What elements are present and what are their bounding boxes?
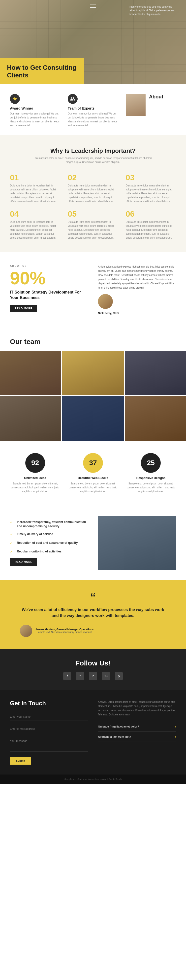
- leadership-num-6: 06: [126, 210, 176, 219]
- features-image: [98, 516, 176, 570]
- check-icon-4: ✓: [10, 550, 14, 554]
- feature-item-2: ✓ Timely delivery of service.: [10, 532, 88, 537]
- contact-section: Get In Touch Submit Answer. Lorem ipsum …: [0, 690, 186, 775]
- team-title: Team of Experts: [68, 107, 118, 110]
- leadership-num-1: 01: [10, 173, 60, 182]
- social-icon-G+[interactable]: G+: [102, 672, 110, 680]
- leadership-item-5: 05 Duis aute irure dolor in reprehenderi…: [68, 210, 118, 240]
- leadership-item-text-5: Duis aute irure dolor in reprehenderit i…: [68, 220, 118, 240]
- feature-text-1: Increased transparency, efficient commun…: [17, 520, 88, 528]
- faq-question-1: Quisque fringilla et amet dolor?: [98, 725, 139, 728]
- contact-form: Submit: [10, 713, 88, 765]
- about-us-right: Article evident arrived express highest …: [98, 265, 176, 315]
- leadership-grid: 01 Duis aute irure dolor in reprehenderi…: [10, 173, 176, 240]
- social-icon-in[interactable]: in: [89, 672, 97, 680]
- person-silhouette: [126, 94, 146, 116]
- leadership-num-3: 03: [126, 173, 176, 182]
- feature-text-3: Reduction of cost and assurance of quali…: [17, 541, 79, 545]
- leadership-num-4: 04: [10, 210, 60, 219]
- check-icon-2: ✓: [10, 532, 14, 537]
- about-col: About: [126, 94, 176, 116]
- award-section: Award Winner Our team is ready for any c…: [0, 84, 186, 135]
- faq-item-1[interactable]: Quisque fringilla et amet dolor? ›: [98, 722, 176, 732]
- about-us-right-text: Article evident arrived express highest …: [98, 265, 176, 290]
- feature-item-1: ✓ Increased transparency, efficient comm…: [10, 520, 88, 528]
- contact-right: Answer. Lorem ipsum dolor sit amet, cons…: [98, 700, 176, 765]
- award-title: Award Winner: [10, 107, 60, 110]
- about-title: About: [149, 94, 164, 100]
- feature-item-4: ✓ Regular monitoring of activities.: [10, 549, 88, 554]
- team-text: Our team is ready for any challenge! We …: [68, 112, 118, 127]
- about-us-section: ABOUT US 90% IT Solution Strategy Develo…: [0, 252, 186, 328]
- social-icons: ftinG+p: [10, 672, 176, 680]
- features-section: ✓ Increased transparency, efficient comm…: [0, 506, 186, 580]
- contact-left: Get In Touch Submit: [10, 700, 88, 765]
- about-text: About: [149, 94, 164, 101]
- contact-submit-button[interactable]: Submit: [10, 757, 31, 765]
- about-us-avatar: [98, 294, 113, 309]
- hero-right-text: Nibh venenatis cras sed felis eget velit…: [130, 5, 179, 16]
- stat-text-2: Sample text. Lorem ipsum dolor sit amet,…: [68, 482, 118, 493]
- contact-name-input[interactable]: [10, 713, 88, 721]
- about-us-label: ABOUT US: [10, 265, 88, 267]
- leadership-item-text-6: Duis aute irure dolor in reprehenderit i…: [126, 220, 176, 240]
- leadership-item-1: 01 Duis aute irure dolor in reprehenderi…: [10, 173, 60, 204]
- faq-question-2: Aliquam et lam odio albt?: [98, 735, 131, 738]
- stat-col-1: 92 Unlimited Ideas Sample text. Lorem ip…: [10, 453, 60, 493]
- contact-message-input[interactable]: [10, 737, 88, 752]
- team-heading: Our team: [0, 338, 186, 346]
- leadership-num-2: 02: [68, 173, 118, 182]
- features-list: ✓ Increased transparency, efficient comm…: [10, 520, 88, 554]
- hamburger-menu[interactable]: [90, 4, 96, 8]
- testimonial-role: Sample text. Stet clita est nonumy eirmo…: [35, 631, 94, 633]
- testimonial-avatar: [20, 625, 32, 637]
- about-us-person-name: Nick Perry, CEO: [98, 311, 176, 315]
- faq-container: Quisque fringilla et amet dolor? › Aliqu…: [98, 722, 176, 742]
- team-photo-5: [62, 396, 123, 441]
- team-col: Team of Experts Our team is ready for an…: [68, 94, 118, 127]
- social-icon-p[interactable]: p: [115, 672, 123, 680]
- award-text: Our team is ready for any challenge! We …: [10, 112, 60, 127]
- footer-text: Sample text. Start your forever-free acc…: [64, 778, 122, 780]
- team-photo-4: [0, 396, 61, 441]
- faq-arrow-2: ›: [175, 735, 176, 739]
- about-us-left: ABOUT US 90% IT Solution Strategy Develo…: [10, 265, 88, 315]
- about-us-read-more[interactable]: READ MORE: [10, 305, 37, 312]
- about-person-img: [126, 94, 146, 116]
- quote-icon: “: [20, 592, 166, 605]
- testimonial-name: Jamen Masters, General Manager Operation…: [35, 628, 94, 631]
- contact-email-input[interactable]: [10, 725, 88, 733]
- stat-title-2: Beautiful Web Blocks: [68, 476, 118, 480]
- check-icon-3: ✓: [10, 541, 14, 546]
- leadership-sub: Lorem ipsum dolor sit amet, consectetur …: [31, 156, 155, 164]
- team-icon: [68, 94, 78, 104]
- social-icon-f[interactable]: f: [63, 672, 71, 680]
- testimonial-person: Jamen Masters, General Manager Operation…: [20, 625, 166, 637]
- hero-title: How to Get Consulting Clients: [7, 64, 77, 79]
- leadership-item-text-2: Duis aute irure dolor in reprehenderit i…: [68, 184, 118, 204]
- leadership-num-5: 05: [68, 210, 118, 219]
- leadership-item-text-1: Duis aute irure dolor in reprehenderit i…: [10, 184, 60, 204]
- faq-item-2[interactable]: Aliquam et lam odio albt? ›: [98, 732, 176, 742]
- faq-arrow-1: ›: [175, 725, 176, 729]
- contact-right-text: Answer. Lorem ipsum dolor sit amet, cons…: [98, 700, 176, 717]
- about-us-title: IT Solution Strategy Development For You…: [10, 290, 88, 301]
- stat-text-3: Sample text. Lorem ipsum dolor sit amet,…: [126, 482, 176, 493]
- follow-title: Follow Us!: [10, 659, 176, 667]
- leadership-heading: Why Is Leadership Important?: [10, 147, 176, 154]
- team-photo-3: [125, 351, 186, 395]
- stat-col-2: 37 Beautiful Web Blocks Sample text. Lor…: [68, 453, 118, 493]
- features-left: ✓ Increased transparency, efficient comm…: [10, 520, 88, 566]
- feature-text-4: Regular monitoring of activities.: [17, 549, 62, 554]
- contact-title: Get In Touch: [10, 700, 88, 707]
- check-icon-1: ✓: [10, 520, 14, 525]
- leadership-item-2: 02 Duis aute irure dolor in reprehenderi…: [68, 173, 118, 204]
- leadership-section: Why Is Leadership Important? Lorem ipsum…: [0, 135, 186, 252]
- leadership-item-4: 04 Duis aute irure dolor in reprehenderi…: [10, 210, 60, 240]
- team-photo-6: [125, 396, 186, 441]
- stat-circle-2: 37: [83, 453, 103, 473]
- stat-text-1: Sample text. Lorem ipsum dolor sit amet,…: [10, 482, 60, 493]
- social-icon-t[interactable]: t: [76, 672, 84, 680]
- features-read-more[interactable]: READ MORE: [10, 558, 37, 566]
- feature-text-2: Timely delivery of service.: [17, 532, 54, 536]
